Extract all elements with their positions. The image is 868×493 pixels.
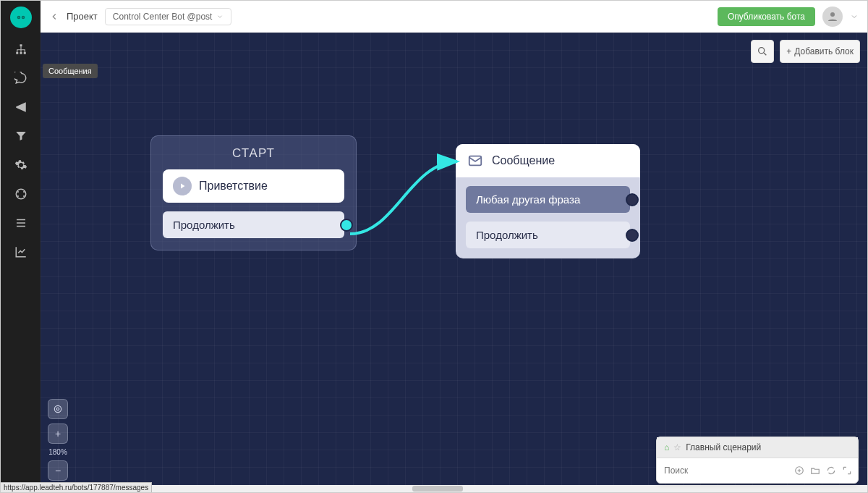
scenario-panel: ⌂ ☆ Главный сценарий (656, 437, 859, 484)
scenario-title: Главный сценарий (686, 442, 761, 452)
node-message-title: Сообщение (492, 154, 555, 167)
node-start[interactable]: СТАРТ Приветствие Продолжить (150, 135, 357, 250)
canvas-controls: + Добавить блок (751, 40, 860, 63)
plus-icon: + (786, 46, 791, 56)
publish-button[interactable]: Опубликовать бота (718, 7, 815, 26)
zoom-level: 180% (48, 448, 67, 456)
svg-point-1 (22, 17, 24, 19)
back-button[interactable] (49, 12, 59, 22)
node-message[interactable]: Сообщение Любая другая фраза Продолжить (456, 144, 640, 258)
svg-rect-5 (23, 52, 25, 54)
zoom-controls: + 180% − (48, 399, 68, 481)
node-start-name: Приветствие (199, 180, 268, 193)
project-label: Проект (67, 11, 98, 22)
sidebar-tooltip: Сообщения (43, 64, 98, 78)
sidebar-item-stats[interactable] (13, 244, 29, 260)
zoom-out-button[interactable]: − (48, 460, 68, 481)
play-icon (173, 177, 192, 195)
sidebar-item-list[interactable] (13, 215, 29, 231)
svg-point-10 (56, 408, 59, 410)
sidebar-item-support[interactable] (13, 186, 29, 202)
project-selector[interactable]: Control Center Bot @post (105, 8, 232, 25)
node-message-row-anyphrase[interactable]: Любая другая фраза (466, 186, 630, 213)
user-avatar[interactable] (822, 7, 843, 27)
sidebar-item-filter[interactable] (13, 128, 29, 144)
search-icon (757, 46, 768, 57)
home-icon: ⌂ (664, 442, 669, 452)
scenario-folder-icon[interactable] (810, 465, 820, 476)
star-icon: ☆ (673, 442, 681, 452)
search-button[interactable] (751, 40, 774, 63)
svg-point-7 (830, 12, 835, 17)
sidebar-item-broadcast[interactable] (13, 99, 29, 115)
node-start-title: СТАРТ (163, 146, 344, 161)
node-start-row-continue[interactable]: Продолжить (163, 211, 344, 238)
sidebar (1, 1, 41, 492)
node-message-row2-label: Продолжить (476, 229, 538, 241)
connector-output[interactable] (626, 229, 639, 242)
sidebar-item-messages[interactable] (13, 70, 29, 86)
horizontal-scrollbar[interactable] (41, 485, 867, 492)
canvas-wrap: + Добавить блок СТАРТ Приветствие Продол… (41, 33, 867, 492)
add-block-label: Добавить блок (794, 46, 854, 56)
header: Проект Control Center Bot @post Опублико… (41, 1, 867, 33)
add-block-button[interactable]: + Добавить блок (780, 40, 860, 63)
user-menu-chevron-icon[interactable] (850, 12, 859, 21)
status-bar-url: https://app.leadteh.ru/bots/177887/messa… (1, 482, 152, 492)
svg-rect-3 (16, 52, 18, 54)
svg-point-8 (759, 48, 765, 54)
node-start-row-label: Продолжить (173, 219, 235, 231)
scenario-header[interactable]: ⌂ ☆ Главный сценарий (657, 437, 858, 458)
node-message-row-continue[interactable]: Продолжить (466, 222, 630, 248)
envelope-icon (467, 153, 483, 169)
node-message-header[interactable]: Сообщение (456, 144, 640, 177)
scenario-expand-icon[interactable] (842, 465, 852, 476)
connector-output[interactable] (626, 193, 639, 206)
svg-rect-4 (20, 52, 22, 54)
connector-output[interactable] (340, 219, 353, 232)
zoom-in-button[interactable]: + (48, 424, 68, 444)
svg-point-0 (17, 17, 20, 19)
scenario-refresh-icon[interactable] (826, 465, 836, 476)
scenario-search-input[interactable] (663, 463, 790, 479)
svg-rect-2 (20, 44, 22, 46)
node-start-header[interactable]: Приветствие (163, 169, 344, 203)
flow-canvas[interactable] (41, 33, 867, 492)
app-logo[interactable] (10, 7, 32, 28)
svg-point-11 (54, 405, 61, 412)
fit-view-button[interactable] (48, 399, 68, 419)
chevron-down-icon (216, 13, 224, 20)
scrollbar-thumb[interactable] (412, 486, 463, 492)
node-message-row1-label: Любая другая фраза (476, 193, 580, 206)
project-name: Control Center Bot @post (113, 12, 213, 22)
sidebar-item-structure[interactable] (13, 41, 29, 57)
scenario-add-icon[interactable] (794, 465, 804, 476)
svg-point-6 (16, 189, 26, 199)
sidebar-item-settings[interactable] (13, 157, 29, 173)
main: Проект Control Center Bot @post Опублико… (41, 1, 867, 492)
